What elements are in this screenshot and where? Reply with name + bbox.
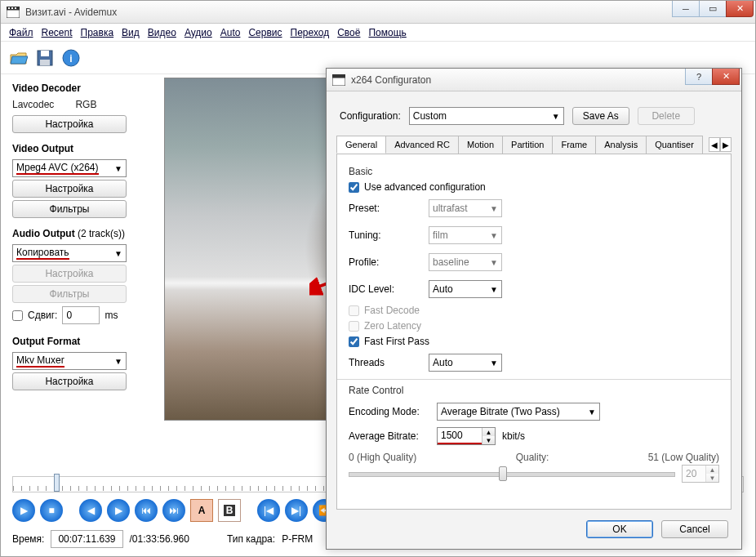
output-format-title: Output Format (12, 336, 156, 347)
mark-a-button[interactable]: A (190, 499, 213, 522)
tab-scroll-right[interactable]: ▶ (720, 137, 732, 152)
goto-start-button[interactable]: |◀ (257, 499, 280, 522)
menu-edit[interactable]: Правка (81, 27, 114, 38)
svg-rect-6 (41, 51, 49, 56)
menu-go[interactable]: Переход (291, 27, 330, 38)
next-frame-button[interactable]: ▶ (107, 499, 130, 522)
shift-checkbox[interactable] (12, 310, 23, 321)
svg-rect-3 (11, 7, 13, 9)
delete-button: Delete (638, 107, 695, 125)
menu-auto[interactable]: Auto (220, 27, 241, 38)
format-configure-button[interactable]: Настройка (12, 372, 127, 390)
minimize-button[interactable]: ─ (672, 1, 700, 17)
timeline-thumb[interactable] (54, 474, 60, 492)
tab-analysis[interactable]: Analysis (595, 136, 647, 154)
svg-text:i: i (69, 53, 72, 65)
video-configure-button[interactable]: Настройка (12, 180, 127, 198)
audio-configure-button: Настройка (12, 265, 127, 283)
audio-mode-select[interactable]: Копировать▼ (12, 244, 127, 262)
frame-type-value: P-FRM (282, 533, 313, 545)
zero-latency-checkbox (349, 321, 359, 332)
dialog-help-button[interactable]: ? (685, 69, 713, 85)
fast-first-pass-checkbox[interactable] (349, 336, 359, 347)
play-button[interactable]: ▶ (12, 499, 35, 522)
decoder-colorspace: RGB (75, 99, 96, 110)
app-icon (6, 6, 20, 19)
use-advanced-checkbox[interactable] (349, 182, 359, 193)
spin-down-icon[interactable]: ▼ (483, 436, 495, 444)
frame-type-label: Тип кадра: (227, 533, 275, 545)
time-label: Время: (12, 533, 44, 545)
tab-scroll-left[interactable]: ◀ (709, 137, 720, 152)
average-bitrate-input[interactable] (438, 428, 482, 444)
menu-tools[interactable]: Сервис (248, 27, 282, 38)
svg-rect-7 (40, 60, 50, 65)
x264-config-dialog: x264 Configuraton ? ✕ Configuration: Cus… (326, 68, 742, 550)
muxer-select[interactable]: Mkv Muxer▼ (12, 352, 127, 370)
dialog-close-button[interactable]: ✕ (712, 69, 740, 85)
chevron-down-icon: ▼ (114, 357, 122, 366)
dialog-title: x264 Configuraton (351, 74, 431, 86)
basic-group-label: Basic (349, 166, 719, 177)
open-icon[interactable] (9, 48, 29, 68)
svg-rect-11 (332, 78, 345, 86)
quality-spinner: ▲▼ (682, 465, 719, 483)
ok-button[interactable]: OK (586, 520, 653, 538)
shift-input[interactable] (62, 306, 100, 324)
tab-quantiser[interactable]: Quantiser (646, 136, 703, 154)
mark-b-button[interactable]: B (218, 499, 241, 522)
maximize-button[interactable]: ▭ (699, 1, 727, 17)
audio-filters-button: Фильтры (12, 285, 127, 303)
menu-recent[interactable]: Recent (42, 27, 73, 38)
prev-frame-button[interactable]: ◀ (79, 499, 102, 522)
save-as-button[interactable]: Save As (572, 107, 629, 125)
svg-rect-0 (7, 10, 20, 18)
tab-general[interactable]: General (336, 136, 386, 154)
tab-frame[interactable]: Frame (552, 136, 596, 154)
info-icon[interactable]: i (61, 48, 81, 68)
average-bitrate-spinner[interactable]: ▲▼ (437, 427, 496, 445)
menu-video[interactable]: Видео (148, 27, 176, 38)
encoding-mode-select[interactable]: Average Bitrate (Two Pass)▼ (437, 403, 600, 421)
preset-select: ultrafast▼ (429, 199, 502, 217)
tab-partition[interactable]: Partition (502, 136, 553, 154)
decoder-name: Lavcodec (12, 99, 54, 110)
menu-audio[interactable]: Аудио (185, 27, 212, 38)
video-decoder-title: Video Decoder (12, 82, 156, 94)
fast-decode-checkbox (349, 305, 359, 316)
chevron-down-icon: ▼ (114, 164, 122, 173)
menu-view[interactable]: Вид (122, 27, 140, 38)
decoder-configure-button[interactable]: Настройка (12, 115, 127, 133)
spin-up-icon[interactable]: ▲ (483, 428, 495, 436)
dialog-icon (331, 74, 346, 87)
configuration-label: Configuration: (340, 110, 401, 122)
configuration-select[interactable]: Custom▼ (409, 107, 564, 125)
chevron-down-icon: ▼ (114, 249, 122, 258)
video-filters-button[interactable]: Фильтры (12, 200, 127, 218)
menu-help[interactable]: Помощь (368, 27, 406, 38)
goto-end-button[interactable]: ▶| (285, 499, 308, 522)
profile-select: baseline▼ (429, 253, 502, 271)
shift-label: Сдвиг: (28, 310, 57, 321)
svg-rect-2 (8, 7, 10, 9)
close-button[interactable]: ✕ (726, 1, 754, 17)
chevron-down-icon: ▼ (552, 112, 560, 121)
audio-output-title: Audio Output (2 track(s)) (12, 228, 156, 239)
rate-control-label: Rate Control (349, 385, 719, 396)
prev-keyframe-button[interactable]: ⏮ (135, 499, 158, 522)
video-codec-select[interactable]: Mpeg4 AVC (x264)▼ (12, 159, 127, 177)
menu-file[interactable]: Файл (9, 27, 33, 38)
tab-motion[interactable]: Motion (458, 136, 503, 154)
stop-button[interactable]: ■ (40, 499, 63, 522)
threads-select[interactable]: Auto▼ (429, 354, 502, 372)
cancel-button[interactable]: Cancel (661, 520, 728, 538)
idc-level-select[interactable]: Auto▼ (429, 280, 502, 298)
time-value[interactable]: 00:07:11.639 (51, 530, 122, 548)
save-icon[interactable] (35, 48, 55, 68)
menu-custom[interactable]: Своё (337, 27, 360, 38)
tab-advanced-rc[interactable]: Advanced RC (385, 136, 459, 154)
total-duration: /01:33:56.960 (130, 533, 189, 545)
next-keyframe-button[interactable]: ⏭ (162, 499, 185, 522)
tab-content-general: Basic Use advanced configuration Preset:… (336, 154, 732, 510)
shift-unit: ms (105, 310, 118, 321)
